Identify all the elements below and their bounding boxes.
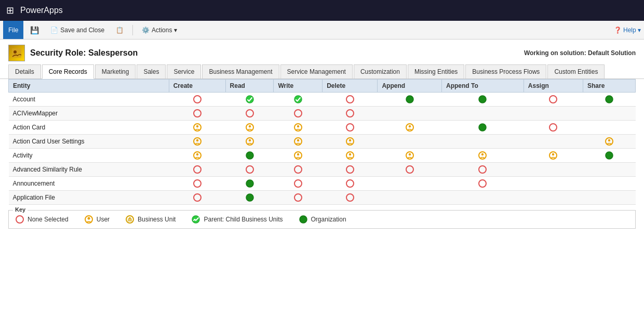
permission-cell[interactable] bbox=[169, 177, 225, 191]
table-row[interactable]: ACIViewMapper bbox=[9, 107, 636, 121]
permission-cell[interactable] bbox=[583, 121, 636, 135]
permission-cell[interactable] bbox=[441, 107, 524, 121]
tab-core-records[interactable]: Core Records bbox=[42, 64, 94, 79]
permission-cell[interactable] bbox=[524, 177, 583, 191]
permission-cell[interactable] bbox=[524, 107, 583, 121]
table-row[interactable]: Action Card User Settings bbox=[9, 135, 636, 149]
tab-details[interactable]: Details bbox=[8, 64, 41, 78]
permission-cell[interactable] bbox=[583, 135, 636, 149]
permission-cell[interactable] bbox=[583, 177, 636, 191]
permission-cell[interactable] bbox=[441, 121, 524, 135]
svg-point-28 bbox=[248, 139, 250, 141]
permission-cell[interactable] bbox=[583, 93, 636, 107]
permission-cell[interactable] bbox=[524, 149, 583, 163]
tab-service[interactable]: Service bbox=[167, 64, 201, 78]
permission-cell[interactable] bbox=[378, 107, 442, 121]
permission-cell[interactable] bbox=[441, 191, 524, 205]
permission-cell[interactable] bbox=[378, 135, 442, 149]
permission-cell[interactable] bbox=[323, 191, 378, 205]
permission-cell[interactable] bbox=[274, 135, 323, 149]
permission-cell[interactable] bbox=[169, 93, 225, 107]
permission-cell[interactable] bbox=[169, 121, 225, 135]
permission-cell[interactable] bbox=[169, 107, 225, 121]
permission-cell[interactable] bbox=[225, 93, 274, 107]
permission-cell[interactable] bbox=[323, 177, 378, 191]
permission-cell[interactable] bbox=[441, 135, 524, 149]
permission-cell[interactable] bbox=[583, 107, 636, 121]
permission-cell[interactable] bbox=[441, 163, 524, 177]
permission-cell[interactable] bbox=[274, 191, 323, 205]
permission-cell[interactable] bbox=[524, 163, 583, 177]
permission-cell[interactable] bbox=[274, 121, 323, 135]
permission-cell[interactable] bbox=[323, 135, 378, 149]
tab-business-management[interactable]: Business Management bbox=[202, 64, 279, 78]
tab-customization[interactable]: Customization bbox=[354, 64, 407, 78]
tabs-container: DetailsCore RecordsMarketingSalesService… bbox=[0, 64, 644, 79]
table-row[interactable]: Account bbox=[9, 93, 636, 107]
permission-cell[interactable] bbox=[583, 149, 636, 163]
copy-button[interactable]: 📋 bbox=[111, 24, 128, 36]
tab-marketing[interactable]: Marketing bbox=[95, 64, 136, 78]
permission-cell[interactable] bbox=[225, 107, 274, 121]
table-row[interactable]: Action Card bbox=[9, 121, 636, 135]
table-row[interactable]: Application File bbox=[9, 191, 636, 205]
actions-button[interactable]: ⚙️ Actions ▾ bbox=[137, 24, 182, 36]
permission-cell[interactable] bbox=[225, 149, 274, 163]
permission-cell[interactable] bbox=[378, 93, 442, 107]
table-row[interactable]: Announcement bbox=[9, 177, 636, 191]
permission-cell[interactable] bbox=[378, 149, 442, 163]
svg-point-62 bbox=[294, 194, 302, 201]
permission-cell[interactable] bbox=[524, 191, 583, 205]
permission-cell[interactable] bbox=[378, 191, 442, 205]
permission-cell[interactable] bbox=[583, 163, 636, 177]
svg-point-5 bbox=[346, 96, 354, 103]
permission-cell[interactable] bbox=[225, 163, 274, 177]
permission-cell[interactable] bbox=[441, 93, 524, 107]
svg-point-26 bbox=[196, 139, 198, 141]
key-org: Organization bbox=[299, 215, 346, 224]
permission-cell[interactable] bbox=[225, 191, 274, 205]
permission-cell[interactable] bbox=[225, 177, 274, 191]
permission-cell[interactable] bbox=[441, 177, 524, 191]
permission-cell[interactable] bbox=[323, 93, 378, 107]
permission-cell[interactable] bbox=[274, 93, 323, 107]
permission-cell[interactable] bbox=[274, 149, 323, 163]
permission-cell[interactable] bbox=[583, 191, 636, 205]
permission-cell[interactable] bbox=[225, 121, 274, 135]
permission-cell[interactable] bbox=[323, 121, 378, 135]
help-button[interactable]: ❓ Help ▾ bbox=[614, 27, 641, 34]
tab-sales[interactable]: Sales bbox=[137, 64, 166, 78]
table-row[interactable]: Advanced Similarity Rule bbox=[9, 163, 636, 177]
permission-cell[interactable] bbox=[274, 107, 323, 121]
tab-custom-entities[interactable]: Custom Entities bbox=[547, 64, 605, 78]
save-button[interactable]: 💾 bbox=[25, 24, 44, 36]
column-header-share: Share bbox=[583, 80, 636, 93]
column-header-create: Create bbox=[169, 80, 225, 93]
tab-service-management[interactable]: Service Management bbox=[280, 64, 353, 78]
permission-cell[interactable] bbox=[378, 163, 442, 177]
permission-cell[interactable] bbox=[169, 135, 225, 149]
permission-cell[interactable] bbox=[225, 135, 274, 149]
save-and-close-button[interactable]: 📄 Save and Close bbox=[46, 24, 109, 36]
svg-point-1 bbox=[14, 50, 17, 54]
tab-business-process-flows[interactable]: Business Process Flows bbox=[465, 64, 546, 78]
permission-cell[interactable] bbox=[323, 163, 378, 177]
permission-cell[interactable] bbox=[378, 177, 442, 191]
waffle-icon[interactable]: ⊞ bbox=[6, 5, 14, 16]
page-header: Security Role: Salesperson Working on so… bbox=[0, 40, 644, 64]
permission-cell[interactable] bbox=[524, 93, 583, 107]
permission-cell[interactable] bbox=[169, 163, 225, 177]
permission-cell[interactable] bbox=[378, 121, 442, 135]
table-row[interactable]: Activity bbox=[9, 149, 636, 163]
tab-missing-entities[interactable]: Missing Entities bbox=[408, 64, 464, 78]
permission-cell[interactable] bbox=[274, 163, 323, 177]
file-button[interactable]: File bbox=[3, 21, 23, 39]
permission-cell[interactable] bbox=[274, 177, 323, 191]
permission-cell[interactable] bbox=[323, 107, 378, 121]
permission-cell[interactable] bbox=[169, 191, 225, 205]
permission-cell[interactable] bbox=[524, 135, 583, 149]
permission-cell[interactable] bbox=[524, 121, 583, 135]
permission-cell[interactable] bbox=[441, 149, 524, 163]
permission-cell[interactable] bbox=[169, 149, 225, 163]
permission-cell[interactable] bbox=[323, 149, 378, 163]
